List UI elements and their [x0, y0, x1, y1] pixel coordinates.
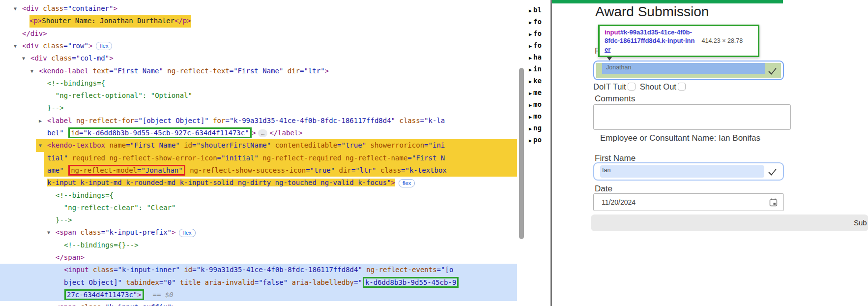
dom-tree-line[interactable]: }-->	[0, 102, 517, 114]
strip-item[interactable]: ▶fo	[529, 40, 542, 51]
valid-check-icon	[768, 66, 777, 76]
dom-tree-line-content: ame" ng-reflect-model="Jonathan" ng-refl…	[47, 164, 447, 177]
collapsed-arrow-icon[interactable]: ▶	[39, 115, 42, 127]
flex-badge[interactable]: flex	[399, 179, 415, 187]
collapsed-arrow-icon[interactable]: ▶	[529, 20, 532, 25]
dom-tree-line[interactable]: ▼<kendo-textbox name="First Name" id="sh…	[0, 139, 517, 152]
code-val: ="row"	[63, 42, 88, 50]
strip-item[interactable]: ▶fo	[529, 28, 542, 39]
code-com: <!--bindings={	[47, 79, 105, 87]
code-tag: <span	[56, 303, 76, 306]
strip-item[interactable]: ▶po	[529, 134, 542, 145]
submit-button[interactable]: Sub	[591, 214, 868, 231]
strip-item[interactable]: ▶in	[529, 63, 542, 74]
comments-textarea[interactable]	[593, 104, 791, 130]
collapsed-arrow-icon[interactable]: ▶	[529, 55, 532, 61]
dom-tree-line-content: bel" id="k-d6dd8b3b-9d55-45cb-927c-634d4…	[47, 127, 303, 139]
devtools-scrollbar[interactable]	[519, 68, 524, 239]
code-com: }-->	[47, 104, 64, 112]
dom-tree-line[interactable]: "ng-reflect-clear": "Clear"	[0, 202, 517, 214]
code-attr: class	[376, 166, 401, 174]
expanded-arrow-icon[interactable]: ▼	[22, 52, 25, 64]
first-name-input[interactable]: Jonathan	[593, 61, 784, 80]
strip-item[interactable]: ▶ng	[529, 122, 542, 133]
code-val: 27c-634d4f11473c"	[67, 291, 137, 299]
calendar-icon[interactable]	[769, 198, 778, 207]
date-input[interactable]: 11/20/2024	[593, 193, 784, 211]
expanded-arrow-icon[interactable]: ▼	[47, 226, 50, 239]
code-tag: >	[113, 4, 117, 12]
flex-badge[interactable]: flex	[96, 42, 112, 50]
strip-item[interactable]: ▶bl	[529, 4, 542, 15]
strip-item-label: in	[533, 65, 542, 73]
strip-item-label: fo	[533, 41, 542, 49]
dom-tree-line[interactable]: </span>	[0, 251, 517, 264]
strip-item-label: fo	[533, 30, 542, 37]
shout-out-checkbox[interactable]	[678, 83, 686, 91]
dom-tree-line[interactable]: 27c-634d4f11473c"> == $0	[0, 289, 517, 301]
dom-tree-line[interactable]: <p>Shouter Name: Jonathan Durthaler</p>	[0, 15, 517, 27]
code-attr: class	[89, 266, 114, 274]
code-tag: </span>	[56, 253, 85, 261]
code-val: ="true"	[337, 141, 366, 149]
expand-ellipsis-button[interactable]: …	[258, 129, 267, 137]
expanded-arrow-icon[interactable]: ▼	[39, 139, 42, 152]
expanded-arrow-icon[interactable]: ▼	[14, 2, 17, 15]
dom-tree-line[interactable]: "ng-reflect-optional": "Optional"	[0, 90, 517, 102]
code-attr: id	[180, 266, 192, 274]
dom-tree-line[interactable]: }-->	[0, 214, 517, 226]
collapsed-arrow-icon[interactable]: ▶	[529, 114, 532, 120]
dom-tree-line[interactable]: bel" id="k-d6dd8b3b-9d55-45cb-927c-634d4…	[0, 127, 517, 139]
dom-tree-line[interactable]: <!--bindings={	[0, 189, 517, 202]
dom-tree-line[interactable]: <!--bindings={	[0, 77, 517, 90]
dom-tree-line[interactable]: ▶<label ng-reflect-for="[object Object]"…	[0, 115, 517, 127]
dom-tree-line[interactable]: bject Object]" tabindex="0" title aria-i…	[0, 276, 517, 289]
dom-tree-line[interactable]: ▼<div class="col-md">	[0, 52, 517, 64]
code-com: "ng-reflect-optional": "Optional"	[47, 92, 192, 99]
collapsed-arrow-icon[interactable]: ▶	[529, 31, 532, 37]
code-val: ="k-input-suffix"	[101, 303, 172, 306]
dom-tree-line[interactable]: <input class="k-input-inner" id="k-99a31…	[0, 264, 517, 276]
dom-tree-line-content: }-->	[47, 102, 64, 114]
collapsed-arrow-icon[interactable]: ▶	[529, 102, 532, 108]
dom-tree-line[interactable]: tial" required ng-reflect-show-error-ico…	[0, 152, 517, 164]
dom-tree-line[interactable]: ▼<div class="row">flex	[0, 40, 517, 52]
collapsed-arrow-icon[interactable]: ▶	[529, 91, 532, 96]
strip-item[interactable]: ▶ke	[529, 75, 542, 86]
strip-item[interactable]: ▶mo	[529, 111, 542, 122]
code-val: ="First Name"	[126, 141, 180, 149]
code-attr: for	[209, 117, 226, 124]
strip-item[interactable]: ▶fo	[529, 16, 542, 27]
collapsed-arrow-icon[interactable]: ▶	[529, 8, 532, 13]
strip-item[interactable]: ▶mo	[529, 99, 542, 110]
dom-tree-line[interactable]: ▼<div class="container">	[0, 2, 517, 15]
dom-tree-line[interactable]: ▼<kendo-label text="First Name" ng-refle…	[0, 65, 517, 77]
submit-button-label: Sub	[854, 218, 867, 227]
flex-badge[interactable]: flex	[179, 229, 195, 237]
dom-tree-line[interactable]: ame" ng-reflect-model="Jonathan" ng-refl…	[0, 164, 517, 177]
strip-item[interactable]: ▶me	[529, 87, 542, 98]
expanded-arrow-icon[interactable]: ▼	[30, 65, 33, 77]
dom-tree-line-content: k-input k-input-md k-rounded-md k-input-…	[47, 177, 415, 189]
expanded-arrow-icon[interactable]: ▼	[14, 40, 17, 52]
collapsed-arrow-icon[interactable]: ▶	[529, 43, 532, 49]
code-val: bel"	[47, 129, 68, 137]
strip-item[interactable]: ▶ha	[529, 52, 542, 62]
code-tag: >	[252, 129, 256, 137]
dom-tree-line[interactable]: k-input k-input-md k-rounded-md k-input-…	[0, 177, 517, 189]
collapsed-arrow-icon[interactable]: ▶	[529, 126, 532, 131]
dom-tree-line[interactable]: <span class="k-input-suffix">	[0, 301, 517, 306]
code-attr: ng-reflect-model	[71, 166, 137, 174]
collapsed-arrow-icon[interactable]: ▶	[529, 138, 532, 143]
doit-tuit-checkbox[interactable]	[628, 83, 636, 91]
code-val: ="k-input-prefix"	[101, 228, 172, 236]
code-attr: class	[76, 303, 101, 306]
code-val: ="true"	[306, 166, 335, 174]
collapsed-arrow-icon[interactable]: ▶	[529, 79, 532, 84]
green-annotation-box: id="k-d6dd8b3b-9d55-45cb-927c-634d4f1147…	[68, 127, 251, 138]
collapsed-arrow-icon[interactable]: ▶	[529, 67, 532, 72]
dom-tree-line[interactable]: ▼<span class="k-input-prefix">flex	[0, 226, 517, 239]
first-name2-input[interactable]: Ian	[593, 162, 784, 181]
dom-tree-line[interactable]: <!--bindings={}-->	[0, 239, 517, 251]
dom-tree-line[interactable]: </div>	[0, 28, 517, 40]
